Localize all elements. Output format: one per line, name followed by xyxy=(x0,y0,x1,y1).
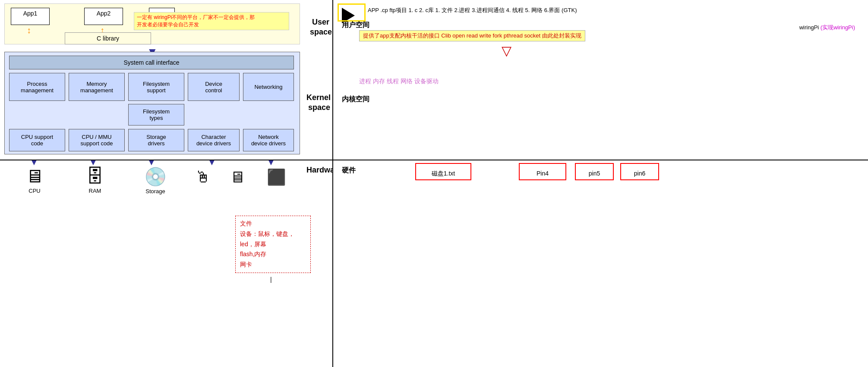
horizontal-divider-left xyxy=(0,160,332,160)
kernel-items-text: 进程 内存 线程 网络 设备驱动 xyxy=(359,78,439,85)
storage-icon: 💿 xyxy=(136,166,175,187)
app1-box: App1 xyxy=(11,8,50,25)
arrow-app1: ↕ xyxy=(27,26,31,35)
hw-circuit: ⬛ xyxy=(259,168,294,186)
wiring-pi-text: wiringPi (实现wiringPi) xyxy=(799,24,855,31)
cpu-support-box: CPU support code xyxy=(9,129,65,151)
horizontal-divider-right xyxy=(332,160,868,160)
dashed-line-3: led，屏幕 xyxy=(240,239,306,250)
system-call-box: System call interface xyxy=(9,56,294,69)
device-control-label: Device control xyxy=(205,81,222,94)
hardware-label-left: Hardware xyxy=(306,165,330,175)
kernel-space-label-right: 内核空间 xyxy=(342,95,369,104)
syscall-text-box: 提供了app支配内核干活的接口 Clib open read write for… xyxy=(359,30,585,41)
hw-arrow-5: ▼ xyxy=(266,157,276,168)
hw-pin6-box: pin6 xyxy=(620,163,659,180)
dashed-line-5: 网卡 xyxy=(240,260,306,270)
yellow-note: 一定有 wiringPi不同的平台，厂家不一定会提供，那 开发者必须要学会自己开… xyxy=(134,12,289,30)
hardware-label-right: 硬件 xyxy=(342,166,356,175)
kernel-bg: System call interface Process management… xyxy=(4,52,300,154)
storage-drivers-label: Storage drivers xyxy=(146,134,166,147)
ram-icon: 🗄 xyxy=(76,166,114,187)
networking-label: Networking xyxy=(254,84,282,90)
process-mgmt-box: Process management xyxy=(9,73,65,101)
cpu-icon: 🖥 xyxy=(17,166,52,187)
hw-monitor: 🖥 xyxy=(220,168,255,186)
hw-ram: 🗄 RAM xyxy=(76,166,114,194)
app-arrow-yellow-border xyxy=(338,3,366,22)
memory-mgmt-box: Memory management xyxy=(69,73,125,101)
system-call-label: System call interface xyxy=(123,59,179,66)
cpu-mmu-box: CPU / MMU support code xyxy=(69,129,125,151)
cpu-mmu-label: CPU / MMU support code xyxy=(80,134,113,147)
syscall-text: 提供了app支配内核干活的接口 Clib open read write for… xyxy=(363,32,581,39)
hw-pin6-label: pin6 xyxy=(634,170,645,177)
clibrary-box: C library xyxy=(65,32,151,44)
dashed-line-4: flash,内存 xyxy=(240,249,306,260)
cpu-label: CPU xyxy=(17,188,52,194)
hw-disk-box: 磁盘1.txt xyxy=(415,163,471,180)
hw-pin4-box: Pin4 xyxy=(519,163,566,180)
hw-disk-label: 磁盘1.txt xyxy=(432,170,455,177)
app2-box: App2 xyxy=(84,8,123,25)
hw-input: 🖱 xyxy=(186,168,220,186)
user-space-label-left: Userspace xyxy=(310,17,329,38)
hw-arrow-4: ▼ xyxy=(207,157,217,168)
fs-support-label: Filesystem support xyxy=(143,81,170,94)
yellow-note-line1: 一定有 wiringPi不同的平台，厂家不一定会提供，那 xyxy=(137,14,286,21)
storage-drivers-box: Storage drivers xyxy=(128,129,184,151)
app1-label: App1 xyxy=(23,10,38,17)
dashed-line-1: 文件 xyxy=(240,219,306,229)
ram-label: RAM xyxy=(76,188,114,194)
memory-mgmt-label: Memory management xyxy=(80,81,113,94)
cpu-support-label: CPU support code xyxy=(21,134,53,147)
hw-pin4-label: Pin4 xyxy=(537,170,549,177)
hw-cpu: 🖥 CPU xyxy=(17,166,52,194)
char-device-drivers-box: Character device drivers xyxy=(188,129,240,151)
clibrary-label: C library xyxy=(97,35,119,42)
right-panel: APP .cp ftp项目 1. c 2. c库 1. 文件 2.进程 3.进程… xyxy=(333,0,868,367)
fs-support-box: Filesystem support xyxy=(128,73,184,101)
dashed-annotation-box: 文件 设备：鼠标，键盘， led，屏幕 flash,内存 网卡 xyxy=(235,216,311,273)
hw-pin5-box: pin5 xyxy=(575,163,614,180)
storage-label: Storage xyxy=(136,188,175,194)
hw-storage: 💿 Storage xyxy=(136,166,175,194)
network-device-drivers-label: Network device drivers xyxy=(251,134,286,147)
vertical-divider xyxy=(332,0,333,367)
kernel-space-label-left: Kernelspace xyxy=(306,93,330,113)
text-cursor: | xyxy=(270,276,272,283)
input-icon: 🖱 xyxy=(186,168,220,186)
network-device-drivers-box: Network device drivers xyxy=(243,129,294,151)
hw-pin5-label: pin5 xyxy=(589,170,600,177)
char-device-drivers-label: Character device drivers xyxy=(196,134,231,147)
app2-label: App2 xyxy=(97,10,111,17)
fs-types-label: Filesystem types xyxy=(143,108,170,121)
networking-box: Networking xyxy=(243,73,294,101)
circuit-icon: ⬛ xyxy=(259,168,294,186)
dashed-line-2: 设备：鼠标，键盘， xyxy=(240,229,306,239)
user-space-label-right: 用户空间 xyxy=(342,21,369,30)
fs-types-box: Filesystem types xyxy=(128,104,184,125)
top-app-text: APP .cp ftp项目 1. c 2. c库 1. 文件 2.进程 3.进程… xyxy=(368,6,577,14)
process-mgmt-label: Process management xyxy=(21,81,54,94)
syscall-down-arrow: ▽ xyxy=(502,43,511,58)
left-panel: App1 App2 ... ↕ ↕ 一定有 wiringPi不同的平台，厂家不一… xyxy=(0,0,332,367)
yellow-note-line2: 开发者必须要学会自己开发 xyxy=(137,21,286,28)
monitor-icon: 🖥 xyxy=(220,168,255,186)
device-control-box: Device control xyxy=(188,73,240,101)
